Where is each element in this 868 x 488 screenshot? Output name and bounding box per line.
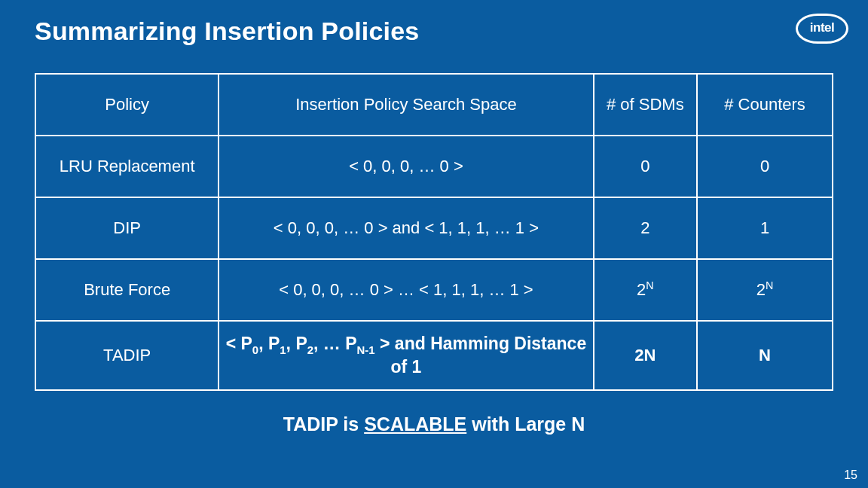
cell-sdms: 0 [594,136,698,197]
table-row: LRU Replacement < 0, 0, 0, … 0 > 0 0 [35,136,833,197]
page-number: 15 [844,468,857,482]
cell-sdms: 2 [594,197,698,259]
cell-space: < 0, 0, 0, … 0 > … < 1, 1, 1, … 1 > [219,259,593,321]
cell-space: < 0, 0, 0, … 0 > [219,136,593,197]
cell-policy: LRU Replacement [35,136,219,197]
cnt-base: 2 [756,280,766,299]
cell-counters: 1 [697,197,833,259]
policy-table-wrap: Policy Insertion Policy Search Space # o… [35,73,833,391]
page-title: Summarizing Insertion Policies [35,17,833,46]
header-counters: # Counters [697,74,833,136]
header-sdms: # of SDMs [594,74,698,136]
cell-counters: N [697,321,833,390]
cell-policy: Brute Force [35,259,219,321]
cell-policy: TADIP [35,321,219,390]
tadip-sub1: 1 [280,343,286,356]
cell-space: < 0, 0, 0, … 0 > and < 1, 1, 1, … 1 > [219,197,593,259]
policy-table: Policy Insertion Policy Search Space # o… [35,73,833,391]
caption-pre: TADIP is [283,413,364,435]
cell-counters: 2N [697,259,833,321]
slide: intel Summarizing Insertion Policies Pol… [0,0,868,488]
cell-space: < P0, P1, P2, … PN-1 > and Hamming Dista… [219,321,593,390]
tadip-sub2: 2 [307,343,313,356]
header-space: Insertion Policy Search Space [219,74,593,136]
tadip-sub0: 0 [252,343,258,356]
tadip-post: > and Hamming Distance of 1 [375,334,587,377]
cell-policy: DIP [35,197,219,259]
tadip-mid: , … P [313,334,357,353]
table-row: Brute Force < 0, 0, 0, … 0 > … < 1, 1, 1… [35,259,833,321]
table-header-row: Policy Insertion Policy Search Space # o… [35,74,833,136]
caption-post: with Large N [466,413,585,435]
sdms-exp: N [646,279,653,291]
tadip-mid: , P [286,334,307,353]
cell-counters: 0 [697,136,833,197]
cnt-exp: N [766,279,773,291]
sdms-base: 2 [637,280,646,299]
cell-sdms: 2N [594,259,698,321]
caption-scalable: SCALABLE [364,413,466,435]
table-row: DIP < 0, 0, 0, … 0 > and < 1, 1, 1, … 1 … [35,197,833,259]
table-row: TADIP < P0, P1, P2, … PN-1 > and Hamming… [35,321,833,390]
tadip-subN: N-1 [357,343,375,356]
intel-logo: intel [796,14,848,44]
tadip-pre: < P [226,334,252,353]
header-policy: Policy [35,74,219,136]
logo-text: intel [810,20,834,35]
tadip-mid: , P [258,334,280,353]
caption: TADIP is SCALABLE with Large N [35,413,833,435]
cell-sdms: 2N [594,321,698,390]
